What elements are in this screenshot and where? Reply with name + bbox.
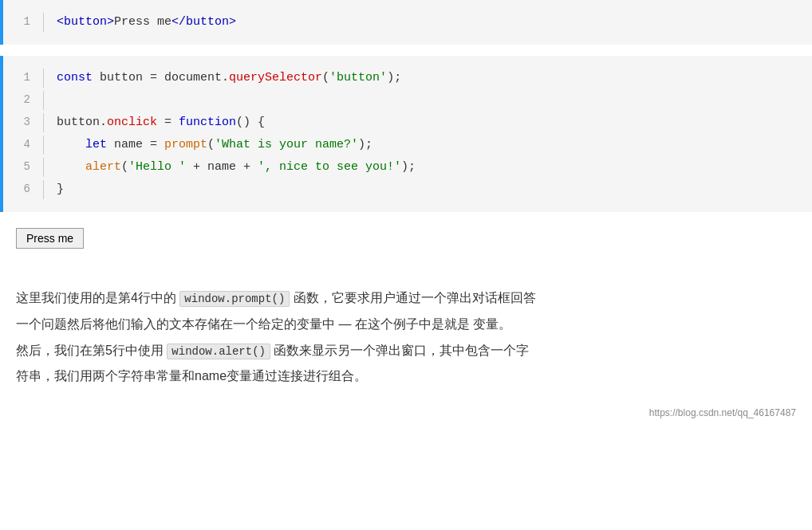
line-sep-js-3 <box>43 113 44 132</box>
explanation-line-4: 符串，我们用两个字符串常量和name变量通过连接进行组合。 <box>16 365 796 388</box>
code-js-3: button.onclick = function() { <box>57 113 265 132</box>
explanation-text: 这里我们使用的是第4行中的 window.prompt() 函数，它要求用户通过… <box>0 271 812 404</box>
line-num-js-3: 3 <box>3 113 43 131</box>
line-num-js-6: 6 <box>3 180 43 198</box>
line-number-1: 1 <box>3 13 43 30</box>
code-block-js: 1 const button = document.querySelector(… <box>0 56 812 212</box>
inline-code-1: window.prompt() <box>179 291 290 307</box>
explanation-text-1a: 这里我们使用的是第4行中的 <box>16 291 176 304</box>
line-sep-js-6 <box>43 180 44 199</box>
line-num-js-1: 1 <box>3 69 43 86</box>
divider-1 <box>0 46 812 56</box>
inline-code-3: window.alert() <box>167 344 270 359</box>
line-sep-js-5 <box>43 158 44 177</box>
code-js-6: } <box>57 180 64 199</box>
code-line-js-3: 3 button.onclick = function() { <box>3 112 812 134</box>
line-sep-js-4 <box>43 135 44 155</box>
explanation-line-2: 一个问题然后将他们输入的文本存储在一个给定的变量中 — 在这个例子中是就是 变量… <box>16 313 796 336</box>
line-separator <box>43 13 44 32</box>
explanation-line-3: 然后，我们在第5行中使用 window.alert() 函数来显示另一个弹出窗口… <box>16 340 796 363</box>
code-line-1: 1 <button>Press me</button> <box>3 11 812 33</box>
line-num-js-2: 2 <box>3 91 43 108</box>
explanation-text-2b: 变量。 <box>473 317 511 331</box>
explanation-text-4: 符串，我们用两个字符串常量和name变量通过连接进行组合。 <box>16 369 367 383</box>
code-js-4: let name = prompt('What is your name?'); <box>57 135 372 155</box>
code-line-js-1: 1 const button = document.querySelector(… <box>3 67 812 89</box>
code-js-1: const button = document.querySelector('b… <box>57 69 401 88</box>
code-line-js-6: 6 } <box>3 179 812 201</box>
code-js-5: alert('Hello ' + name + ', nice to see y… <box>57 158 416 177</box>
page-container: 1 <button>Press me</button> 1 const butt… <box>0 0 812 425</box>
line-sep-js-2 <box>43 91 44 110</box>
press-me-button[interactable]: Press me <box>16 228 84 249</box>
explanation-text-3a: 然后，我们在第5行中使用 <box>16 344 164 357</box>
line-num-js-5: 5 <box>3 158 43 175</box>
code-line-js-4: 4 let name = prompt('What is your name?'… <box>3 134 812 156</box>
explanation-text-3b: 函数来显示另一个弹出窗口，其中包含一个字 <box>274 344 529 357</box>
code-content-1: <button>Press me</button> <box>57 13 236 32</box>
line-sep-js-1 <box>43 69 44 88</box>
code-line-js-2: 2 <box>3 89 812 112</box>
explanation-text-2a: 一个问题然后将他们输入的文本存储在一个给定的变量中 — 在这个例子中是就是 <box>16 317 470 331</box>
footer-url: https://blog.csdn.net/qq_46167487 <box>0 404 812 425</box>
demo-button-area: Press me <box>0 212 812 265</box>
code-block-html: 1 <button>Press me</button> <box>0 0 812 45</box>
code-line-js-5: 5 alert('Hello ' + name + ', nice to see… <box>3 156 812 179</box>
explanation-text-1b: 函数，它要求用户通过一个弹出对话框回答 <box>294 291 536 304</box>
line-num-js-4: 4 <box>3 135 43 153</box>
code-js-2 <box>57 91 64 110</box>
explanation-line-1: 这里我们使用的是第4行中的 window.prompt() 函数，它要求用户通过… <box>16 287 796 310</box>
footer-url-text: https://blog.csdn.net/qq_46167487 <box>649 407 796 418</box>
divider-2 <box>0 265 812 271</box>
